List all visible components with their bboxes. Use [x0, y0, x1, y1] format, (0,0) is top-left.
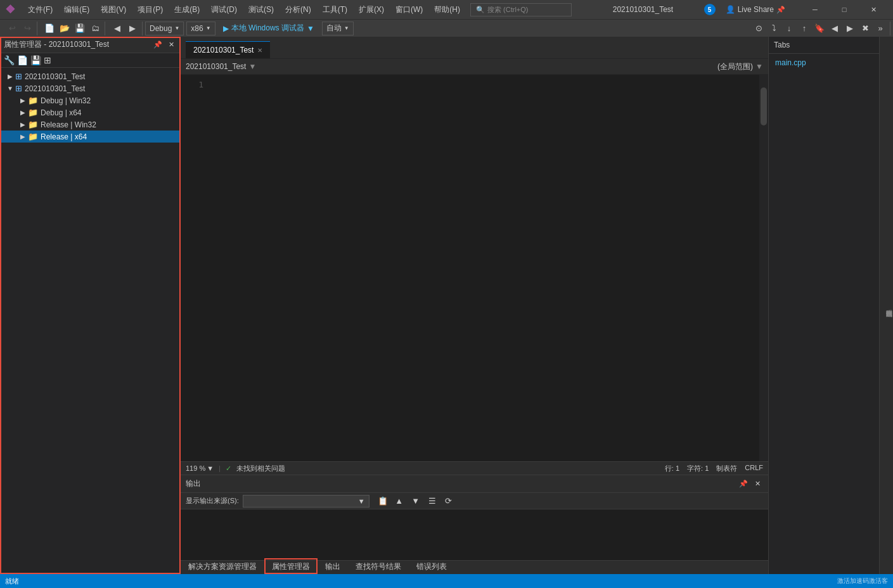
title-bar: ❖ 文件(F) 编辑(E) 视图(V) 项目(P) 生成(B) 调试(D) 测试… — [0, 0, 893, 19]
output-panel-header: 输出 📌 ✕ — [181, 475, 768, 493]
auto-dropdown[interactable]: 自动 ▼ — [322, 22, 354, 35]
clear-bookmark-button[interactable]: ✖ — [858, 22, 872, 35]
close-button[interactable]: ✕ — [859, 0, 888, 19]
line-ending-label: CRLF — [745, 464, 763, 473]
undo-button[interactable]: ↩ — [5, 22, 19, 35]
pin-panel-button[interactable]: 📌 — [151, 40, 164, 49]
menu-debug[interactable]: 调试(D) — [206, 3, 242, 16]
forward-button[interactable]: ▶ — [125, 22, 139, 35]
tree-item-debug-win32[interactable]: ▶ 📁 Debug | Win32 — [0, 94, 180, 106]
output-up-button[interactable]: ▲ — [392, 494, 406, 508]
bottom-tab-solution-explorer[interactable]: 解决方案资源管理器 — [181, 558, 264, 574]
menu-build[interactable]: 生成(B) — [169, 3, 205, 16]
output-source-dropdown[interactable]: ▼ — [243, 495, 369, 508]
menu-window[interactable]: 窗口(W) — [390, 3, 428, 16]
expand-icon: ▼ — [5, 85, 15, 92]
step-into-button[interactable]: ↓ — [782, 22, 796, 35]
live-share-button[interactable]: 👤 Live Share 📌 — [721, 4, 790, 15]
nav-path[interactable]: 2021010301_Test — [186, 62, 246, 71]
prev-bookmark-button[interactable]: ◀ — [828, 22, 842, 35]
new-file-button[interactable]: 📄 — [42, 22, 56, 35]
maximize-button[interactable]: □ — [830, 0, 859, 19]
tab-entry-main-cpp[interactable]: main.cpp — [771, 56, 877, 69]
editor-content[interactable]: 1 — [181, 75, 768, 461]
menu-project[interactable]: 项目(P) — [132, 3, 168, 16]
expand-icon: ▶ — [5, 73, 15, 80]
tab-label: 2021010301_Test — [193, 46, 254, 54]
save-all-button[interactable]: 🗂 — [88, 22, 102, 35]
folder-icon: 📁 — [28, 132, 38, 141]
menu-analyze[interactable]: 分析(N) — [280, 3, 316, 16]
menu-file[interactable]: 文件(F) — [23, 3, 58, 16]
toolbar-file-group: 📄 📂 💾 🗂 — [40, 22, 105, 35]
page-icon[interactable]: 📄 — [17, 55, 28, 65]
save-button[interactable]: 💾 — [73, 22, 87, 35]
more-button[interactable]: » — [873, 22, 887, 35]
editor-scrollbar[interactable] — [759, 75, 768, 461]
menu-help[interactable]: 帮助(H) — [429, 3, 465, 16]
tree-item-project-expanded[interactable]: ▼ ⊞ 2021010301_Test — [0, 82, 180, 94]
tree-item-debug-x64[interactable]: ▶ 📁 Debug | x64 — [0, 106, 180, 118]
expand-icon: ▶ — [18, 109, 28, 116]
platform-label: x86 — [191, 24, 203, 33]
wrench-icon[interactable]: 🔧 — [4, 55, 15, 65]
output-close-button[interactable]: ✕ — [752, 478, 763, 490]
tree-item-project-collapsed[interactable]: ▶ ⊞ 2021010301_Test — [0, 70, 180, 82]
col-label: 字符: 1 — [687, 464, 709, 473]
output-down-button[interactable]: ▼ — [409, 494, 423, 508]
editor-tab-main[interactable]: 2021010301_Test ✕ — [186, 41, 270, 58]
save-icon[interactable]: 💾 — [30, 55, 41, 65]
tree-item-release-win32[interactable]: ▶ 📁 Release | Win32 — [0, 118, 180, 131]
tree-item-label: 2021010301_Test — [25, 72, 85, 81]
ready-text: 就绪 — [5, 577, 19, 586]
panel-header: 属性管理器 - 2021010301_Test 📌 ✕ — [0, 37, 180, 53]
code-editor[interactable] — [206, 75, 759, 461]
menu-view[interactable]: 视图(V) — [96, 3, 131, 16]
bottom-tab-property-manager[interactable]: 属性管理器 — [264, 558, 318, 574]
tab-close-icon[interactable]: ✕ — [257, 47, 262, 54]
step-over-button[interactable]: ⤵ — [767, 22, 781, 35]
output-clear-button[interactable]: ☰ — [425, 494, 439, 508]
tree-view: ▶ ⊞ 2021010301_Test ▼ ⊞ 2021010301_Test … — [0, 68, 180, 574]
menu-edit[interactable]: 编辑(E) — [59, 3, 94, 16]
minimize-button[interactable]: ─ — [800, 0, 830, 19]
breakpoint-button[interactable]: ⊙ — [752, 22, 766, 35]
debug-config-dropdown[interactable]: Debug ▼ — [145, 22, 184, 35]
grid-icon[interactable]: ⊞ — [44, 55, 51, 65]
output-copy-button[interactable]: 📋 — [376, 494, 390, 508]
editor-area: 2021010301_Test ✕ 2021010301_Test ▼ (全局范… — [181, 37, 768, 574]
bookmark-button[interactable]: 🔖 — [813, 22, 826, 35]
tree-item-release-x64[interactable]: ▶ 📁 Release | x64 — [0, 131, 180, 143]
bottom-tab-output[interactable]: 输出 — [318, 558, 348, 574]
main-layout: 属性管理器 - 2021010301_Test 📌 ✕ 🔧 📄 💾 ⊞ ▶ ⊞ … — [0, 37, 893, 574]
output-controls: 📌 ✕ — [738, 478, 763, 490]
output-pin-button[interactable]: 📌 — [738, 478, 749, 490]
zoom-control[interactable]: 119 % ▼ — [186, 464, 214, 472]
line-number: 1 — [183, 80, 203, 89]
platform-dropdown[interactable]: x86 ▼ — [186, 22, 215, 35]
bottom-tabs: 解决方案资源管理器 属性管理器 输出 查找符号结果 错误列表 — [181, 560, 768, 574]
nav-scope-arrow-icon: ▼ — [755, 62, 763, 71]
notification-badge[interactable]: 5 — [704, 4, 716, 15]
bottom-tab-find-symbol[interactable]: 查找符号结果 — [348, 558, 409, 574]
menu-test[interactable]: 测试(S) — [243, 3, 279, 16]
tree-item-label: 2021010301_Test — [25, 84, 85, 93]
close-panel-button[interactable]: ✕ — [167, 40, 176, 49]
nav-scope[interactable]: (全局范围) — [259, 61, 753, 72]
bottom-tab-error-list[interactable]: 错误列表 — [409, 558, 454, 574]
run-label: 本地 Windows 调试器 — [231, 23, 304, 34]
scroll-thumb[interactable] — [761, 87, 767, 125]
output-source-arrow-icon: ▼ — [358, 497, 365, 505]
menu-tools[interactable]: 工具(T) — [318, 3, 352, 16]
run-button[interactable]: ▶ 本地 Windows 调试器 ▼ — [218, 22, 319, 35]
search-box[interactable]: 🔍 搜索 (Ctrl+Q) — [470, 3, 572, 16]
output-wrap-button[interactable]: ⟳ — [442, 494, 456, 508]
back-button[interactable]: ◀ — [110, 22, 124, 35]
next-bookmark-button[interactable]: ▶ — [843, 22, 857, 35]
redo-button[interactable]: ↪ — [20, 22, 34, 35]
step-out-button[interactable]: ↑ — [797, 22, 811, 35]
tabs-list: main.cpp — [769, 54, 879, 72]
status-bar: 就绪 激活加速码激活客 — [0, 574, 893, 588]
open-file-button[interactable]: 📂 — [58, 22, 72, 35]
menu-extensions[interactable]: 扩展(X) — [354, 3, 389, 16]
